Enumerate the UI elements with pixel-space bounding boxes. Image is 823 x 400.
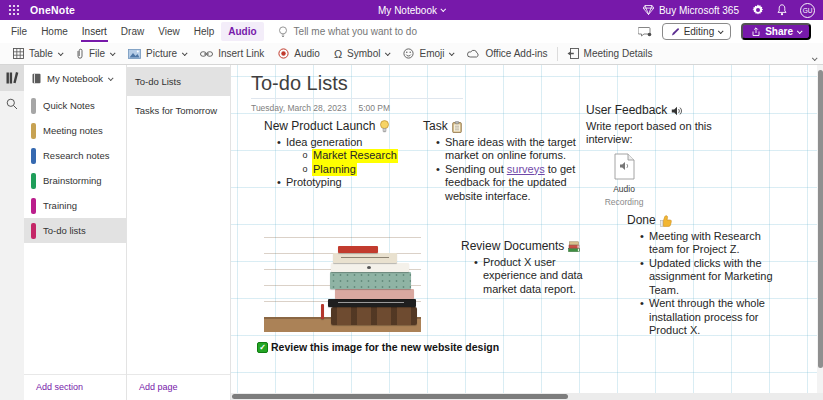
section-item-brainstorming[interactable]: Brainstorming <box>24 168 126 193</box>
tab-file[interactable]: File <box>4 20 34 43</box>
bullet-text: Share ideas with the target market on on… <box>445 136 577 163</box>
chevron-down-icon <box>58 50 64 56</box>
section-item-research-notes[interactable]: Research notes <box>24 143 126 168</box>
app-name[interactable]: OneNote <box>30 4 75 16</box>
collapse-ribbon-icon[interactable] <box>812 47 816 65</box>
page-datetime: Tuesday, March 28, 2023 5:00 PM <box>251 103 390 113</box>
note-block-review-documents[interactable]: Review Documents •Product X user experie… <box>461 240 596 296</box>
highlighted-text: Planning <box>312 163 357 177</box>
add-page-button[interactable]: Add page <box>127 374 230 400</box>
book <box>330 272 411 289</box>
note-block-task[interactable]: Task •Share ideas with the target market… <box>423 120 583 203</box>
audio-file-icon <box>614 153 635 180</box>
note-block-product-launch[interactable]: New Product Launch •Idea generation oMar… <box>264 120 434 190</box>
tab-draw[interactable]: Draw <box>114 20 151 43</box>
add-section-button[interactable]: Add section <box>24 374 126 400</box>
audio-recording-attachment[interactable]: Audio Recording <box>596 153 652 210</box>
page-canvas[interactable]: To-do Lists Tuesday, March 28, 2023 5:00… <box>231 65 823 400</box>
menu-bar: File Home Insert Draw View Help Audio Te… <box>0 20 823 43</box>
settings-gear-icon[interactable] <box>752 4 764 16</box>
page-item-tasks-for-tomorrow[interactable]: Tasks for Tomorrow <box>127 96 230 125</box>
insert-audio-button[interactable]: Audio <box>271 43 327 65</box>
diamond-icon <box>643 5 654 15</box>
note-block-user-feedback[interactable]: User Feedback Write report based on this… <box>586 104 726 210</box>
thumbs-up-emoji-icon <box>660 215 673 227</box>
section-item-training[interactable]: Training <box>24 193 126 218</box>
block-heading: Done <box>627 214 656 228</box>
section-color-tab <box>31 98 36 114</box>
share-button[interactable]: Share <box>741 23 811 40</box>
block-heading: New Product Launch <box>264 120 375 134</box>
horizontal-scrollbar-thumb[interactable] <box>232 394 568 399</box>
lightbulb-emoji-icon <box>379 120 390 133</box>
section-item-quick-notes[interactable]: Quick Notes <box>24 93 126 118</box>
tab-home[interactable]: Home <box>34 20 75 43</box>
chevron-down-icon <box>449 50 455 56</box>
notebook-title-top[interactable]: My Notebook <box>378 5 445 16</box>
note-block-done[interactable]: Done •Meeting with Research team for Pro… <box>627 214 782 338</box>
section-color-tab <box>31 198 36 214</box>
omega-icon: Ω <box>334 48 342 60</box>
tab-view[interactable]: View <box>151 20 187 43</box>
tell-me-search[interactable]: Tell me what you want to do <box>278 26 417 38</box>
page-item-to-do-lists[interactable]: To-do Lists <box>127 67 230 96</box>
insert-table-button[interactable]: Table <box>6 43 69 65</box>
book <box>331 307 417 325</box>
book <box>333 253 397 263</box>
addins-icon <box>467 49 480 58</box>
bullet-text: Went through the whole installation proc… <box>649 297 773 338</box>
block-heading: Review Documents <box>461 240 564 254</box>
app-launcher-icon[interactable] <box>8 4 20 16</box>
horizontal-scrollbar[interactable] <box>231 393 823 400</box>
tab-help[interactable]: Help <box>187 20 222 43</box>
tab-audio[interactable]: Audio <box>221 22 263 41</box>
vertical-scrollbar-thumb[interactable] <box>818 70 823 368</box>
insert-file-button[interactable]: File <box>69 43 121 65</box>
meeting-icon <box>567 48 579 59</box>
insert-link-button[interactable]: Insert Link <box>193 43 271 65</box>
books-photo[interactable] <box>264 222 421 332</box>
highlighted-text: Market Research <box>312 149 398 163</box>
bullet-text: Sending out surveys to get feedback for … <box>445 163 577 204</box>
insert-picture-button[interactable]: Picture <box>121 43 193 65</box>
title-underline <box>251 98 463 99</box>
page-title[interactable]: To-do Lists <box>251 72 348 95</box>
tell-me-placeholder: Tell me what you want to do <box>294 26 417 37</box>
meeting-details-button[interactable]: Meeting Details <box>560 43 660 65</box>
notebook-switcher[interactable]: My Notebook <box>24 65 126 93</box>
surveys-link[interactable]: surveys <box>507 163 545 175</box>
clipboard-emoji-icon <box>452 121 462 133</box>
office-add-ins-button[interactable]: Office Add-ins <box>460 43 554 65</box>
buy-microsoft-365-button[interactable]: Buy Microsoft 365 <box>643 5 739 16</box>
chevron-down-icon <box>718 28 724 34</box>
editing-mode-button[interactable]: Editing <box>662 23 732 40</box>
book <box>338 246 378 253</box>
books-emoji-icon <box>568 241 580 252</box>
table-icon <box>13 48 24 59</box>
notebooks-rail-icon[interactable] <box>0 65 24 91</box>
tab-insert[interactable]: Insert <box>75 20 114 43</box>
top-app-bar: OneNote My Notebook Buy Microsoft 365 GU <box>0 0 823 20</box>
attachment-label: Recording <box>605 196 644 210</box>
sections-pane: My Notebook Quick Notes Meeting notes Re… <box>24 65 127 400</box>
image-caption: ✓ Review this image for the new website … <box>257 341 499 353</box>
smiley-icon <box>403 48 414 59</box>
account-avatar[interactable]: GU <box>800 3 815 18</box>
page-time: 5:00 PM <box>358 103 390 113</box>
insert-symbol-button[interactable]: Ω Symbol <box>327 43 397 65</box>
checked-checkbox-icon[interactable]: ✓ <box>257 342 268 353</box>
book <box>335 289 414 299</box>
section-item-to-do-lists[interactable]: To-do lists <box>24 218 126 243</box>
block-heading: User Feedback <box>586 104 667 118</box>
search-icon[interactable] <box>0 91 24 117</box>
insert-emoji-button[interactable]: Emoji <box>396 43 460 65</box>
section-color-tab <box>31 173 36 189</box>
notebook-icon <box>31 73 42 84</box>
notifications-bell-icon[interactable] <box>777 4 787 16</box>
comments-icon[interactable] <box>638 26 652 37</box>
block-heading: Task <box>423 120 448 134</box>
bullet-text: Idea generation <box>286 136 362 150</box>
chevron-down-icon <box>797 28 803 34</box>
section-color-tab <box>31 223 36 239</box>
section-item-meeting-notes[interactable]: Meeting notes <box>24 118 126 143</box>
